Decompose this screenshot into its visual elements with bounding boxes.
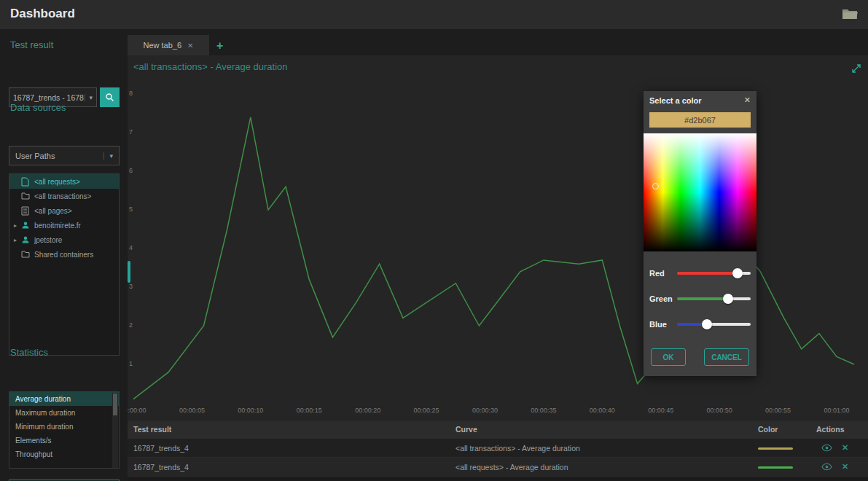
tab-new-tab-6[interactable]: New tab_6 ✕ [128,35,209,55]
blue-slider[interactable]: Blue [649,311,751,337]
y-tick: 1 [129,360,139,367]
tab-label: New tab_6 [144,41,182,50]
visibility-eye-icon[interactable] [821,462,832,472]
slider-handle[interactable] [732,268,743,278]
user-icon [21,235,31,244]
y-tick: 3 [129,283,139,290]
x-tick: 00:00:50 [697,407,741,414]
chart-plot[interactable]: 1234567800:00:0000:00:0500:00:1000:00:15… [128,55,868,421]
y-tick: 5 [129,206,139,213]
tab-strip: New tab_6 ✕ + [128,29,868,55]
tree-item-shared-containers[interactable]: Shared containers [9,247,119,262]
y-tick: 8 [129,90,139,97]
color-gradient-picker[interactable] [644,133,756,251]
col-test-result: Test result [133,425,171,434]
statistics-label: Statistics [10,347,48,358]
document-icon [21,177,31,186]
y-tick: 2 [129,321,139,329]
top-bar: Dashboard [0,0,868,29]
rgb-sliders: Red Green Blue [644,251,756,340]
stat-item-maximum-duration[interactable]: Maximum duration [9,406,119,420]
add-tab-button[interactable]: + [216,39,223,52]
x-tick: 00:01:00 [815,407,859,414]
x-tick: 00:00:15 [287,407,331,414]
col-curve: Curve [455,425,477,434]
stat-item-minimum-duration[interactable]: Minimum duration [9,420,119,434]
curve-color-swatch[interactable] [758,447,793,450]
data-sources-tree: <all requests> <all transactions> <all p… [9,173,120,356]
data-sources-label: Data sources [10,102,66,113]
tree-item-jpetstore[interactable]: ▸ jpetstore [9,232,119,247]
folder-icon [21,192,31,200]
test-result-value: 16787_trends - 1678 [13,93,84,102]
dialog-header: Select a color ✕ [644,91,756,110]
green-slider[interactable]: Green [649,286,751,311]
y-tick: 6 [129,167,139,174]
tree-item-benoitmirete[interactable]: ▸ benoitmirete.fr [9,218,119,232]
search-icon [105,93,114,102]
folder-icon[interactable] [842,7,858,20]
x-tick: 00:00:35 [522,407,566,414]
gradient-marker[interactable] [652,183,659,189]
dialog-title: Select a color [649,96,702,105]
tree-item-all-requests[interactable]: <all requests> [9,174,119,189]
x-tick: 00:00:25 [404,407,448,414]
dialog-buttons: OK CANCEL [644,340,756,376]
x-tick: 00:00:45 [639,407,683,414]
slider-handle[interactable] [702,319,712,329]
curves-table: Test result Curve Color Actions 16787_tr… [128,421,868,481]
x-tick: 00:00:05 [170,407,214,414]
test-result-label: Test result [10,39,53,50]
caret-right-icon[interactable]: ▸ [14,237,20,243]
red-slider[interactable]: Red [649,260,751,286]
sidebar: Test result 16787_trends - 1678 ▾ Data s… [0,29,128,481]
user-icon [21,221,31,230]
x-tick: 00:00:55 [756,407,800,414]
close-icon[interactable]: ✕ [744,95,751,105]
data-sources-select[interactable]: User Paths ▾ [9,146,120,165]
search-button[interactable] [100,87,120,107]
stat-item-elements-s[interactable]: Elements/s [9,434,119,447]
table-row[interactable]: 16787_trends_4 <all requests> - Average … [128,458,868,477]
hex-color-field[interactable]: #d2b067 [649,112,751,128]
data-sources-value: User Paths [15,152,55,160]
scrollbar[interactable] [112,393,118,468]
x-tick: 00:00:30 [463,407,507,414]
y-tick: 7 [129,128,139,136]
table-header: Test result Curve Color Actions [128,421,868,439]
visibility-eye-icon[interactable] [821,443,832,453]
chevron-down-icon: ▾ [85,94,93,101]
ok-button[interactable]: OK [651,348,686,366]
page-title: Dashboard [10,7,75,21]
slider-label: Green [649,294,677,303]
remove-curve-icon[interactable]: ✕ [842,462,848,472]
col-color: Color [758,425,778,434]
color-picker-dialog: Select a color ✕ #d2b067 Red Green Blue … [644,91,756,376]
scrollbar-thumb[interactable] [113,394,117,415]
folder-icon [21,250,31,259]
tree-item-all-transactions[interactable]: <all transactions> [9,189,119,203]
remove-curve-icon[interactable]: ✕ [842,443,848,453]
tree-item-all-pages[interactable]: <all pages> [9,203,119,218]
y-tick: 4 [129,244,139,251]
close-icon[interactable]: ✕ [187,42,193,50]
x-tick: 00:00:40 [580,407,624,414]
slider-label: Red [649,269,677,278]
x-tick: 00:00:20 [346,407,390,414]
chevron-down-icon: ▾ [103,152,113,160]
chart-panel: <all transactions> - Average duration 12… [128,55,868,421]
statistics-list: Average duration Maximum duration Minimu… [9,391,120,469]
curve-color-swatch[interactable] [758,466,793,469]
sidebar-drag-handle[interactable] [128,261,130,283]
slider-handle[interactable] [723,294,733,304]
x-tick: 00:00:10 [229,407,273,414]
slider-label: Blue [649,320,677,329]
col-actions: Actions [816,425,845,434]
table-row[interactable]: 16787_trends_4 <all transactions> - Aver… [128,439,868,458]
page-icon [21,206,31,215]
cancel-button[interactable]: CANCEL [704,348,749,366]
caret-right-icon[interactable]: ▸ [14,222,20,229]
stat-item-average-duration[interactable]: Average duration [9,392,119,406]
stat-item-throughput[interactable]: Throughput [9,447,119,461]
